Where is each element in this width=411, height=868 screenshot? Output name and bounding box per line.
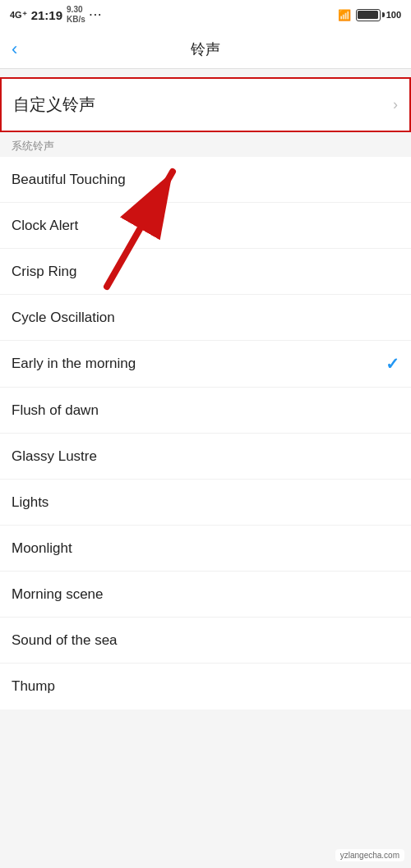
battery-container: 100 xyxy=(356,9,401,21)
ringtone-item[interactable]: Flush of dawn xyxy=(0,388,411,434)
dots-indicator: ··· xyxy=(90,9,103,21)
chevron-right-icon: › xyxy=(393,96,398,113)
ringtone-item[interactable]: Clock Alert xyxy=(0,203,411,249)
system-section-label: 系统铃声 xyxy=(0,132,411,157)
ringtone-item[interactable]: Moonlight xyxy=(0,526,411,572)
ringtone-name: Flush of dawn xyxy=(12,402,99,419)
back-button[interactable]: ‹ xyxy=(12,40,17,58)
ringtone-name: Crisp Ring xyxy=(12,264,76,280)
page-title: 铃声 xyxy=(191,39,220,59)
ringtone-name: Sound of the sea xyxy=(12,632,118,649)
custom-ringtone-section: 自定义铃声 › xyxy=(0,77,411,132)
ringtone-item[interactable]: Cycle Oscillation xyxy=(0,295,411,341)
ringtone-list: Beautiful TouchingClock AlertCrisp RingC… xyxy=(0,157,411,710)
speed-value: 9.30 xyxy=(67,5,85,15)
custom-ringtone-label: 自定义铃声 xyxy=(13,94,95,116)
battery-tip xyxy=(382,12,385,17)
signal-icon: 4G⁺ xyxy=(10,10,27,21)
ringtone-item[interactable]: Thump xyxy=(0,664,411,710)
ringtone-name: Cycle Oscillation xyxy=(12,310,115,326)
ringtone-item[interactable]: Beautiful Touching xyxy=(0,157,411,203)
ringtone-name: Morning scene xyxy=(12,586,104,603)
wifi-icon: 📶 xyxy=(338,9,351,21)
selected-checkmark-icon: ✓ xyxy=(386,354,399,374)
ringtone-name: Early in the morning xyxy=(12,356,136,372)
ringtone-item[interactable]: Lights xyxy=(0,480,411,526)
battery-text: 100 xyxy=(386,10,401,20)
ringtone-item[interactable]: Early in the morning✓ xyxy=(0,341,411,388)
time-display: 21:19 xyxy=(31,8,62,22)
battery-box xyxy=(356,9,381,21)
ringtone-item[interactable]: Sound of the sea xyxy=(0,618,411,664)
status-bar: 4G⁺ 21:19 9.30 KB/s ··· 📶 100 xyxy=(0,0,411,30)
ringtone-item[interactable]: Crisp Ring xyxy=(0,249,411,295)
speed-display: 9.30 KB/s xyxy=(67,5,85,25)
speed-unit: KB/s xyxy=(67,15,85,25)
ringtone-name: Beautiful Touching xyxy=(12,172,126,188)
ringtone-name: Thump xyxy=(12,678,55,695)
battery-fill xyxy=(358,11,378,19)
ringtone-name: Clock Alert xyxy=(12,218,78,234)
custom-ringtone-item[interactable]: 自定义铃声 › xyxy=(2,79,409,131)
status-right: 📶 100 xyxy=(338,9,401,21)
ringtone-item[interactable]: Morning scene xyxy=(0,572,411,618)
status-left: 4G⁺ 21:19 9.30 KB/s ··· xyxy=(10,5,103,25)
ringtone-name: Moonlight xyxy=(12,540,72,557)
ringtone-name: Lights xyxy=(12,494,48,511)
ringtone-item[interactable]: Glassy Lustre xyxy=(0,434,411,480)
ringtone-name: Glassy Lustre xyxy=(12,448,97,465)
watermark: yzlangecha.com xyxy=(335,849,404,861)
header: ‹ 铃声 xyxy=(0,30,411,69)
